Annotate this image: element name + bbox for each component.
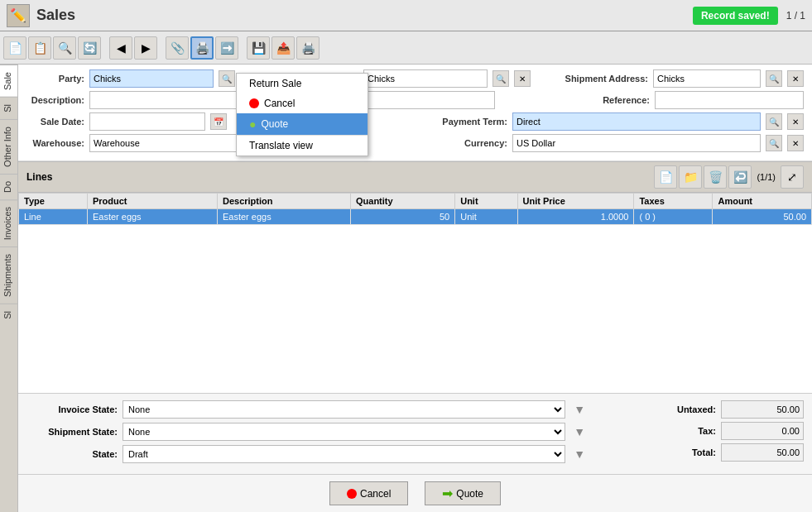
col-amount: Amount [713,194,812,209]
party-row: Party: 🔍 🔍 ✕ Shipment Address: 🔍 ✕ [26,69,804,88]
tab-sl1[interactable]: Sl [0,97,17,119]
warehouse-row: Warehouse: 🔍 ✕ Currency: 🔍 ✕ [26,134,804,152]
dropdown-menu: Return Sale Cancel ● Quote Translate vie… [236,73,368,156]
reference-label: Reference: [592,95,650,105]
payment-term-btn[interactable]: 🔍 [766,113,782,130]
table-row[interactable]: Line Easter eggs Easter eggs 50 Unit 1.0… [19,209,812,225]
form-area: Party: 🔍 🔍 ✕ Shipment Address: 🔍 ✕ Descr… [18,65,812,512]
tab-sale[interactable]: Sale [0,65,17,97]
lines-expand-btn[interactable]: ⤢ [781,165,804,189]
tab-shipments[interactable]: Shipments [0,246,17,304]
state-select[interactable]: Draft [123,445,565,463]
sale-date-label: Sale Date: [26,117,84,127]
party-search-btn[interactable]: 🔍 [219,70,235,87]
find-button[interactable]: 🔍 [53,36,76,60]
cancel-action-button[interactable]: Cancel [329,481,408,505]
col-type: Type [19,194,88,209]
state-chevron: ▼ [570,447,589,461]
currency-btn[interactable]: 🔍 [766,135,782,151]
lines-title: Lines [26,171,52,183]
party-label: Party: [26,74,84,84]
lines-delete-btn[interactable]: 🗑️ [704,165,727,189]
table-header-row: Type Product Description Quantity Unit U… [19,194,812,209]
untaxed-row: Untaxed: [589,400,804,419]
print-button[interactable]: 🖨️ [296,36,320,60]
print-forward-button[interactable]: ➡️ [215,36,238,60]
total-row: Total: [589,443,804,462]
invoice-party-input[interactable] [363,69,488,88]
save-button[interactable]: 💾 [247,36,270,60]
shipment-state-row: Shipment State: None ▼ [26,423,589,441]
lines-undo-btn[interactable]: ↩️ [728,165,752,189]
cell-type: Line [19,209,88,225]
shipment-address-clear-btn[interactable]: ✕ [787,70,804,87]
bottom-left: Invoice State: None ▼ Shipment State: No… [26,400,589,467]
tax-row: Tax: [589,422,804,440]
tab-invoices[interactable]: Invoices [0,199,17,246]
quote-action-button[interactable]: ➡ Quote [425,481,501,505]
col-product: Product [87,194,217,209]
tab-other-info[interactable]: Other Info [0,119,17,174]
party-input[interactable] [89,69,214,88]
invoice-party-btn[interactable]: 🔍 [492,70,509,87]
state-row: State: Draft ▼ [26,445,589,463]
currency-clear-btn[interactable]: ✕ [787,135,804,151]
dropdown-quote[interactable]: ● Quote [237,113,368,135]
table-container: Type Product Description Quantity Unit U… [18,193,812,393]
record-saved-badge: Record saved! [693,7,778,25]
reference-input[interactable] [655,91,804,109]
state-label: State: [26,449,118,459]
lines-open-btn[interactable]: 📁 [679,165,702,189]
sale-date-picker-btn[interactable]: 📅 [210,113,227,130]
lines-pagination: (1/1) [753,172,779,182]
cancel-action-icon [347,489,357,499]
send-button[interactable]: 📤 [271,36,295,60]
dropdown-cancel[interactable]: Cancel [237,93,368,113]
quote-label: Quote [261,118,288,130]
invoice-state-select[interactable]: None [123,400,565,419]
untaxed-label: Untaxed: [666,404,716,414]
invoice-state-row: Invoice State: None ▼ [26,400,589,419]
payment-term-label: Payment Term: [416,117,507,127]
cell-unit-price: 1.0000 [517,209,634,225]
currency-input[interactable] [512,134,761,152]
invoice-state-label: Invoice State: [26,404,118,414]
shipment-address-input[interactable] [653,69,761,88]
dropdown-translate[interactable]: Translate view [237,136,368,156]
new-button[interactable]: 📄 [3,36,26,60]
col-unit-price: Unit Price [517,194,634,209]
payment-term-clear-btn[interactable]: ✕ [787,113,804,130]
tab-sl2[interactable]: Sl [0,304,17,326]
lines-new-btn[interactable]: 📄 [654,165,677,189]
return-sale-label: Return Sale [249,78,301,89]
col-description: Description [217,194,350,209]
cell-product: Easter eggs [87,209,217,225]
toolbar: 📄 📋 🔍 🔄 ◀ ▶ 📎 🖨️ ➡️ 💾 📤 🖨️ [0,31,812,65]
quote-icon: ● [249,117,256,131]
invoice-party-clear-btn[interactable]: ✕ [514,70,531,87]
reload-button[interactable]: 🔄 [78,36,101,60]
attach-button[interactable]: 📎 [166,36,189,60]
dropdown-return-sale[interactable]: Return Sale [237,74,368,93]
total-label: Total: [666,447,716,457]
next-button[interactable]: ▶ [134,36,157,60]
copy-button[interactable]: 📋 [28,36,51,60]
tab-do[interactable]: Do [0,174,17,199]
cancel-action-label: Cancel [360,488,391,500]
invoice-state-chevron: ▼ [570,403,589,416]
sale-date-row: Sale Date: 📅 Payment Term: 🔍 ✕ [26,112,804,131]
form-section-1: Party: 🔍 🔍 ✕ Shipment Address: 🔍 ✕ Descr… [18,65,812,161]
col-quantity: Quantity [350,194,454,209]
shipment-address-btn[interactable]: 🔍 [766,70,782,87]
shipment-state-label: Shipment State: [26,427,118,437]
cancel-label: Cancel [264,98,295,109]
lines-table: Type Product Description Quantity Unit U… [18,193,812,225]
shipment-state-chevron: ▼ [570,425,589,438]
payment-term-input[interactable] [512,112,761,131]
sale-date-input[interactable] [89,112,205,131]
cell-quantity: 50 [350,209,454,225]
print-drop-button[interactable]: 🖨️ [190,36,214,60]
prev-button[interactable]: ◀ [109,36,132,60]
bottom-right: Untaxed: Tax: Total: [589,400,804,467]
shipment-state-select[interactable]: None [123,423,565,441]
